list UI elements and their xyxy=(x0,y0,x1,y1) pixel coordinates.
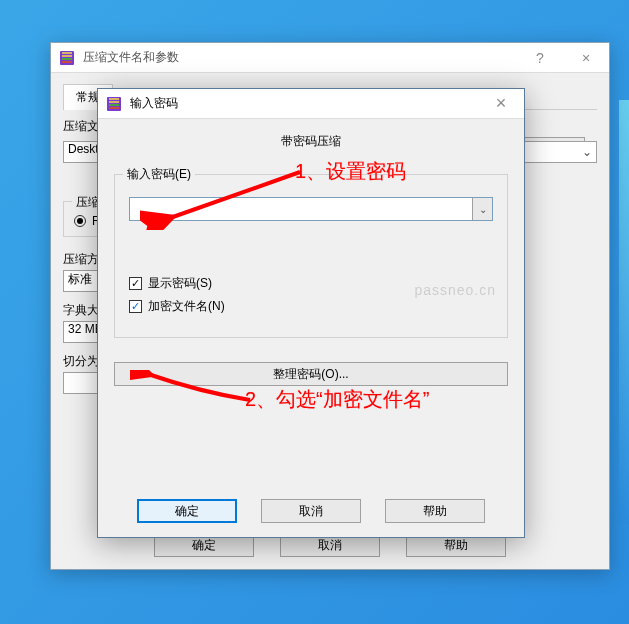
manage-password-row: 整理密码(O)... xyxy=(114,362,508,386)
show-password-label: 显示密码(S) xyxy=(148,275,212,292)
password-ok-button[interactable]: 确定 xyxy=(137,499,237,523)
password-dropdown-button[interactable]: ⌄ xyxy=(472,198,492,220)
archive-dialog-title: 压缩文件名和参数 xyxy=(83,49,517,66)
help-button[interactable]: ? xyxy=(517,43,563,73)
password-input[interactable] xyxy=(130,198,472,220)
svg-rect-2 xyxy=(62,55,72,57)
password-dialog-body: 带密码压缩 输入密码(E) ⌄ 显示密码(S) 加密文件名(N) 整理密码(O)… xyxy=(98,119,524,537)
svg-rect-6 xyxy=(109,98,119,100)
close-button[interactable]: × xyxy=(563,43,609,73)
compress-method-value: 标准 xyxy=(68,272,92,286)
archive-dialog-titlebar[interactable]: 压缩文件名和参数 ? × xyxy=(51,43,609,73)
checkbox-checked-icon xyxy=(129,300,142,313)
show-password-checkbox[interactable]: 显示密码(S) xyxy=(129,275,493,292)
password-dialog-buttons: 确定 取消 帮助 xyxy=(112,499,510,523)
encrypt-filename-checkbox[interactable]: 加密文件名(N) xyxy=(129,298,493,315)
enter-password-label: 输入密码(E) xyxy=(123,166,195,183)
checkbox-checked-icon xyxy=(129,277,142,290)
password-close-button[interactable]: × xyxy=(478,89,524,119)
manage-passwords-button[interactable]: 整理密码(O)... xyxy=(114,362,508,386)
svg-rect-3 xyxy=(62,58,72,60)
password-input-wrap: ⌄ xyxy=(129,197,493,221)
password-dialog-titlebar[interactable]: 输入密码 × xyxy=(98,89,524,119)
svg-rect-7 xyxy=(109,101,119,103)
password-heading: 带密码压缩 xyxy=(112,133,510,150)
password-dialog-title: 输入密码 xyxy=(130,95,478,112)
password-dialog: 输入密码 × 带密码压缩 输入密码(E) ⌄ 显示密码(S) 加密文件名(N) … xyxy=(97,88,525,538)
svg-rect-9 xyxy=(109,107,119,109)
desktop-background-edge xyxy=(619,100,629,524)
password-cancel-button[interactable]: 取消 xyxy=(261,499,361,523)
password-help-button[interactable]: 帮助 xyxy=(385,499,485,523)
winrar-icon xyxy=(59,50,75,66)
winrar-icon xyxy=(106,96,122,112)
svg-rect-8 xyxy=(109,104,119,106)
encrypt-filename-label: 加密文件名(N) xyxy=(148,298,225,315)
radio-dot-icon xyxy=(74,215,86,227)
svg-rect-4 xyxy=(62,61,72,63)
svg-rect-1 xyxy=(62,52,72,54)
password-group: 输入密码(E) ⌄ 显示密码(S) 加密文件名(N) xyxy=(114,174,508,338)
